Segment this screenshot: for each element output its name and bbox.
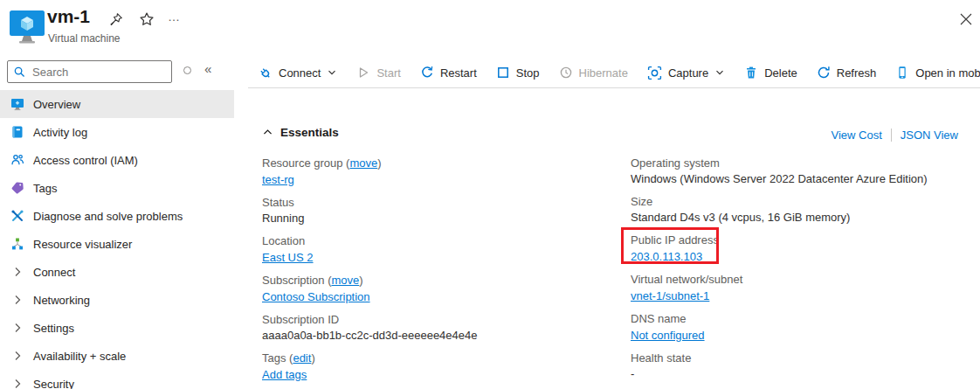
toolbar-divider (248, 87, 980, 88)
field-label: Health state (631, 351, 973, 366)
sidebar-item-diagnose[interactable]: Diagnose and solve problems (0, 202, 234, 230)
field-status: Status Running (262, 195, 620, 226)
sidebar-item-networking[interactable]: Networking (0, 286, 234, 314)
resource-type-label: Virtual machine (48, 32, 121, 45)
sidebar-item-security[interactable]: Security (0, 370, 234, 389)
dock-toggle-icon[interactable] (183, 66, 191, 74)
pin-icon[interactable] (108, 12, 123, 27)
chevron-right-icon (10, 349, 24, 363)
search-icon (13, 66, 26, 79)
sidebar-item-label: Access control (IAM) (33, 154, 138, 167)
essentials-collapse-toggle[interactable]: Essentials (262, 126, 339, 139)
edit-tags-link[interactable]: edit (293, 351, 311, 365)
capture-button[interactable]: Capture (638, 58, 735, 87)
refresh-icon (817, 66, 831, 80)
trash-icon (744, 66, 758, 80)
field-label: Resource group ( (262, 156, 349, 170)
search-box[interactable] (7, 60, 172, 83)
vnet-subnet-link[interactable]: vnet-1/subnet-1 (631, 289, 709, 302)
sidebar-item-label: Availability + scale (33, 350, 126, 363)
hibernate-button[interactable]: Hibernate (549, 58, 638, 87)
search-input[interactable] (31, 65, 166, 80)
chevron-right-icon (10, 265, 24, 279)
field-label: Operating system (631, 156, 973, 171)
sidebar-item-connect[interactable]: Connect (0, 258, 234, 286)
essentials-left-column: Resource group (move) test-rg Status Run… (262, 156, 620, 389)
sidebar-item-label: Connect (33, 266, 75, 279)
chevron-up-icon (262, 127, 273, 138)
close-icon[interactable] (960, 13, 972, 25)
field-health-state: Health state - (631, 351, 973, 382)
location-link[interactable]: East US 2 (262, 251, 314, 264)
move-resource-group-link[interactable]: move (349, 156, 377, 170)
status-value: Running (262, 211, 620, 226)
field-dns-name: DNS name Not configured (631, 311, 973, 344)
sidebar-item-access-control[interactable]: Access control (IAM) (0, 146, 234, 174)
start-button[interactable]: Start (347, 58, 410, 87)
essentials-links: View Cost JSON View (831, 129, 958, 142)
subscription-link[interactable]: Contoso Subscription (262, 290, 370, 303)
stop-button[interactable]: Stop (487, 58, 549, 87)
sidebar-item-activity-log[interactable]: Activity log (0, 118, 234, 146)
favorite-star-icon[interactable] (139, 11, 155, 27)
field-subscription-id: Subscription ID aaaa0a0a-bb1b-cc2c-dd3d-… (262, 312, 620, 344)
field-label: Status (262, 195, 620, 211)
sidebar-item-settings[interactable]: Settings (0, 314, 234, 342)
field-public-ip: Public IP address 203.0.113.103 (631, 233, 973, 265)
add-tags-link[interactable]: Add tags (262, 368, 307, 381)
health-state-value: - (631, 366, 973, 382)
sidebar-item-label: Overview (33, 98, 80, 111)
move-subscription-link[interactable]: move (331, 274, 359, 287)
sidebar-item-overview[interactable]: Overview (0, 90, 234, 118)
dns-name-link[interactable]: Not configured (631, 329, 705, 342)
essentials-right-column: Operating system Windows (Windows Server… (631, 156, 973, 389)
field-resource-group: Resource group (move) test-rg (262, 156, 620, 188)
chevron-right-icon (10, 321, 24, 335)
field-size: Size Standard D4s v3 (4 vcpus, 16 GiB me… (631, 194, 973, 226)
header-more-icon[interactable]: … (168, 10, 181, 23)
field-label: Size (631, 194, 973, 210)
sidebar-item-label: Tags (33, 182, 57, 195)
size-value: Standard D4s v3 (4 vcpus, 16 GiB memory) (631, 210, 973, 226)
sidebar-menu: Overview Activity log Access control (IA… (0, 90, 234, 389)
collapse-sidebar-icon[interactable]: « (204, 61, 211, 76)
sidebar-item-label: Activity log (33, 126, 87, 139)
people-icon (10, 153, 24, 167)
azure-vm-overview-page: vm-1 Virtual machine … « Overview Activi… (0, 0, 980, 389)
field-label: DNS name (631, 311, 973, 327)
sidebar-item-label: Resource visualizer (33, 238, 132, 251)
field-tags: Tags (edit) Add tags (262, 351, 620, 383)
operating-system-value: Windows (Windows Server 2022 Datacenter … (631, 171, 973, 187)
field-label: Public IP address (631, 233, 973, 248)
log-book-icon (10, 125, 24, 139)
stop-square-icon (496, 66, 510, 80)
field-virtual-network: Virtual network/subnet vnet-1/subnet-1 (631, 272, 973, 304)
link-divider (891, 129, 892, 142)
sidebar-item-tags[interactable]: Tags (0, 174, 234, 202)
refresh-button[interactable]: Refresh (807, 58, 887, 87)
sidebar-item-label: Settings (33, 322, 74, 335)
restart-button[interactable]: Restart (411, 58, 487, 87)
sidebar-item-label: Security (33, 378, 74, 389)
sidebar-item-resource-visualizer[interactable]: Resource visualizer (0, 230, 234, 258)
essentials-title: Essentials (280, 126, 339, 139)
field-operating-system: Operating system Windows (Windows Server… (631, 156, 973, 187)
public-ip-link[interactable]: 203.0.113.103 (631, 250, 702, 263)
open-in-mobile-button[interactable]: Open in mobile (886, 58, 980, 87)
resource-group-link[interactable]: test-rg (262, 173, 294, 186)
sidebar-item-label: Networking (33, 294, 90, 307)
field-label: Subscription ID (262, 312, 620, 328)
sidebar-item-label: Diagnose and solve problems (33, 210, 183, 223)
view-cost-link[interactable]: View Cost (831, 129, 881, 142)
sidebar-item-availability-scale[interactable]: Availability + scale (0, 342, 234, 370)
monitor-icon (10, 97, 24, 111)
delete-button[interactable]: Delete (735, 58, 807, 87)
plug-icon (258, 66, 273, 80)
chevron-down-icon (327, 67, 337, 78)
chevron-right-icon (10, 377, 24, 389)
field-label: Subscription ( (262, 274, 331, 287)
connect-button[interactable]: Connect (248, 58, 347, 87)
subscription-id-value: aaaa0a0a-bb1b-cc2c-dd3d-eeeeee4e4e4e (262, 328, 620, 344)
field-location: Location East US 2 (262, 233, 620, 266)
json-view-link[interactable]: JSON View (901, 129, 958, 142)
